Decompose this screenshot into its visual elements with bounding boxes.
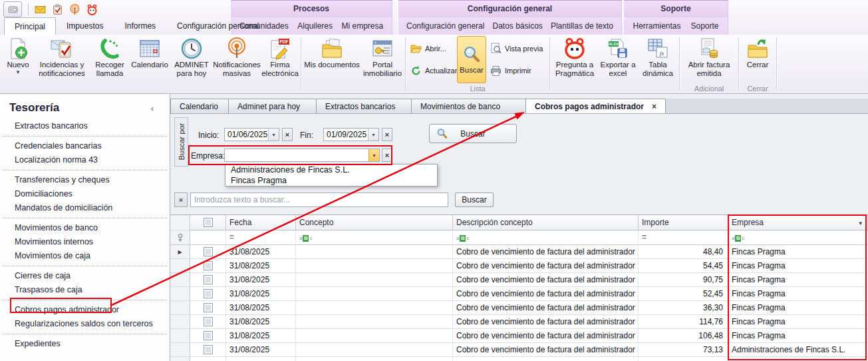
actualizar-button[interactable]: Actualizar bbox=[408, 63, 455, 78]
find-text-input[interactable] bbox=[190, 192, 448, 207]
ribbon-tab-datos-basicos[interactable]: Datos básicos bbox=[492, 21, 542, 31]
cell-importe[interactable]: 73,13 bbox=[639, 343, 728, 357]
ribbon-tab-configuracion-personal[interactable]: Configuración personal bbox=[166, 17, 269, 35]
nuevo-button[interactable]: Nuevo ▾ bbox=[3, 35, 33, 93]
cell-descripcion[interactable]: Cobro de vencimiento de factura del admi… bbox=[453, 259, 639, 273]
cell-descripcion[interactable]: Cobro de vencimiento de factura del admi… bbox=[453, 329, 639, 343]
inicio-date-field[interactable]: ▾ bbox=[224, 128, 279, 141]
cell-importe[interactable]: 90,75 bbox=[639, 273, 728, 287]
empresa-clear-button[interactable]: × bbox=[382, 149, 392, 162]
mail-button[interactable] bbox=[35, 4, 46, 15]
cell-concepto[interactable] bbox=[296, 315, 453, 329]
cell-importe[interactable]: 106,48 bbox=[639, 329, 728, 343]
sidebar-item-cierres-caja[interactable]: Cierres de caja bbox=[0, 269, 170, 283]
inicio-clear-button[interactable]: × bbox=[282, 128, 293, 141]
notificaciones-masivas-button[interactable]: Notificaciones masivas bbox=[213, 35, 261, 93]
cell-fecha[interactable]: 31/08/2025 bbox=[226, 343, 296, 357]
column-header-fecha[interactable]: Fecha bbox=[226, 215, 296, 230]
cell-descripcion[interactable]: Cobro de vencimiento de factura del admi… bbox=[453, 315, 639, 329]
empresa-option-fincas-pragma[interactable]: Fincas Pragma bbox=[225, 175, 437, 186]
cell-concepto[interactable] bbox=[296, 287, 453, 301]
inicio-dropdown-caret-icon[interactable]: ▾ bbox=[268, 129, 279, 141]
row-checkbox[interactable] bbox=[190, 343, 226, 357]
doc-tab-movimientos-banco[interactable]: Movimientos de banco bbox=[411, 99, 526, 113]
doc-tab-adminet-para-hoy[interactable]: Adminet para hoy bbox=[228, 99, 317, 113]
column-header-empresa[interactable]: Empresa▾ bbox=[728, 215, 868, 230]
cell-empresa[interactable]: Fincas Pragma bbox=[728, 259, 868, 273]
cell-concepto[interactable] bbox=[296, 343, 453, 357]
empresa-combo-input[interactable] bbox=[225, 149, 368, 161]
ribbon-tab-herramientas[interactable]: Herramientas bbox=[633, 21, 680, 31]
doc-tab-cobros-pagos-administrador[interactable]: Cobros pagos administrador × bbox=[525, 99, 666, 113]
sidebar-item-credenciales-bancarias[interactable]: Credenciales bancarias bbox=[0, 139, 170, 153]
exportar-excel-button[interactable]: XLSX Exportar a excel bbox=[598, 35, 638, 93]
filter-cell-importe[interactable]: = bbox=[639, 230, 728, 245]
cell-empresa[interactable]: Fincas Pragma bbox=[728, 329, 868, 343]
ribbon-tab-alquileres[interactable]: Alquileres bbox=[297, 21, 333, 31]
column-header-descripcion[interactable]: Descripción concepto bbox=[453, 215, 639, 230]
cell-concepto[interactable] bbox=[296, 301, 453, 315]
fin-clear-button[interactable]: × bbox=[382, 128, 392, 141]
sidebar-item-movimientos-internos[interactable]: Movimientos internos bbox=[0, 235, 170, 249]
abrir-factura-button[interactable]: Abrir factura emitida bbox=[681, 35, 737, 85]
calendario-button[interactable]: Calendario bbox=[129, 35, 170, 93]
row-checkbox[interactable] bbox=[190, 245, 226, 259]
cell-importe[interactable]: 36,30 bbox=[639, 301, 728, 315]
row-checkbox[interactable] bbox=[190, 273, 226, 287]
cell-concepto[interactable] bbox=[296, 273, 453, 287]
pragmatica-button[interactable] bbox=[86, 4, 98, 15]
tabla-dinamica-button[interactable]: fx Tabla dinámica bbox=[638, 35, 678, 93]
firma-electronica-button[interactable]: PDF Firma electrónica bbox=[261, 35, 299, 93]
cell-empresa[interactable]: Fincas Pragma bbox=[728, 315, 868, 329]
mis-documentos-button[interactable]: Mis documentos bbox=[303, 35, 361, 93]
sidebar-item-extractos-bancarios[interactable]: Extractos bancarios bbox=[0, 119, 170, 133]
filter-cell-empresa[interactable]: aBc bbox=[728, 230, 868, 245]
cell-empresa[interactable]: Fincas Pragma bbox=[728, 273, 868, 287]
tasks-button[interactable] bbox=[52, 4, 63, 15]
find-clear-button[interactable]: × bbox=[174, 192, 188, 207]
ribbon-tab-informes[interactable]: Informes bbox=[114, 17, 166, 35]
cell-descripcion[interactable]: Cobro de vencimiento de factura del admi… bbox=[453, 273, 639, 287]
cell-importe[interactable]: 54,45 bbox=[639, 259, 728, 273]
broadcast-button[interactable] bbox=[69, 4, 80, 15]
cell-importe[interactable]: 52,45 bbox=[639, 287, 728, 301]
cell-concepto[interactable] bbox=[296, 329, 453, 343]
cell-concepto[interactable] bbox=[296, 245, 453, 259]
cell-descripcion[interactable]: Cobro de vencimiento de factura del admi… bbox=[453, 245, 639, 259]
sidebar-item-cobros-pagos-administrador[interactable]: Cobros pagos administrador bbox=[0, 303, 170, 317]
cell-importe[interactable]: 48,40 bbox=[639, 245, 728, 259]
fin-dropdown-caret-icon[interactable]: ▾ bbox=[368, 129, 378, 141]
adminet-hoy-button[interactable]: ADMINET para hoy bbox=[170, 35, 213, 93]
empresa-combo-field[interactable]: ▾ bbox=[224, 149, 380, 162]
cell-descripcion[interactable]: Cobro de vencimiento de factura del admi… bbox=[453, 287, 639, 301]
cell-importe[interactable]: 114,76 bbox=[639, 315, 728, 329]
filter-buscar-button[interactable]: Buscar bbox=[429, 124, 517, 143]
ribbon-tab-impuestos[interactable]: Impuestos bbox=[56, 17, 114, 35]
row-checkbox[interactable] bbox=[190, 287, 226, 301]
empresa-dropdown-caret-icon[interactable]: ▾ bbox=[368, 149, 379, 161]
find-buscar-button[interactable]: Buscar bbox=[455, 192, 494, 207]
row-checkbox[interactable] bbox=[190, 329, 226, 343]
cell-concepto[interactable] bbox=[296, 259, 453, 273]
cell-fecha[interactable]: 31/08/2025 bbox=[226, 273, 296, 287]
portal-inmobiliario-button[interactable]: Portal inmobiliario bbox=[361, 35, 404, 93]
header-select-all-checkbox[interactable] bbox=[190, 215, 226, 230]
cell-fecha[interactable]: 31/08/2025 bbox=[226, 259, 296, 273]
filter-cell-fecha[interactable]: = bbox=[226, 230, 296, 245]
cell-descripcion[interactable]: Cobro de vencimiento de factura del admi… bbox=[453, 343, 639, 357]
sidebar-item-transferencias-cheques[interactable]: Transferencias y cheques bbox=[0, 173, 170, 187]
inicio-date-input[interactable] bbox=[225, 129, 268, 141]
sidebar-item-movimientos-caja[interactable]: Movimientos de caja bbox=[0, 249, 170, 263]
cell-empresa[interactable]: Administraciones de Fincas S.L. bbox=[728, 343, 868, 357]
sidebar-item-expedientes[interactable]: Expedientes bbox=[0, 337, 170, 351]
row-checkbox[interactable] bbox=[190, 301, 226, 315]
column-header-concepto[interactable]: Concepto bbox=[296, 215, 453, 230]
quick-phone-button[interactable] bbox=[3, 1, 22, 17]
doc-tab-calendario[interactable]: Calendario bbox=[170, 99, 229, 113]
empresa-option-administraciones[interactable]: Administraciones de Fincas S.L. bbox=[225, 165, 437, 175]
column-filter-caret-icon[interactable]: ▾ bbox=[859, 220, 862, 226]
ribbon-tab-mi-empresa[interactable]: Mi empresa bbox=[342, 21, 384, 31]
fin-date-field[interactable]: ▾ bbox=[323, 128, 379, 141]
cell-fecha[interactable]: 31/08/2025 bbox=[226, 315, 296, 329]
sidebar-item-traspasos-caja[interactable]: Traspasos de caja bbox=[0, 283, 170, 297]
